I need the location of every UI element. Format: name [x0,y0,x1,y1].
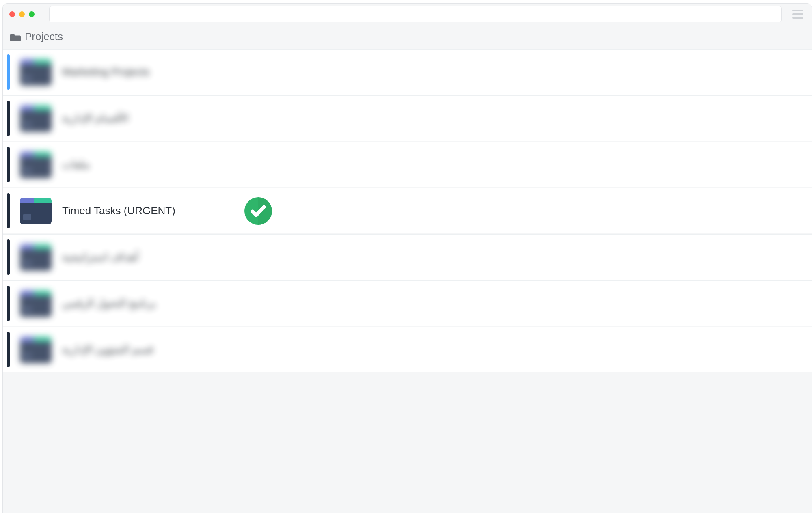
svg-rect-24 [23,306,31,313]
window-close-button[interactable] [9,11,15,17]
project-list: Marketing Projects الأقسام الإدارية ملفا… [3,49,812,372]
check-icon [244,197,272,225]
project-title: Marketing Projects [62,66,149,78]
svg-rect-21 [20,293,52,317]
project-title: قسم الشؤون الإدارية [62,343,153,356]
project-title: برنامج التحول الرقمي [62,297,156,310]
breadcrumb: Projects [3,25,812,49]
titlebar [3,4,812,25]
project-title: Timed Tasks (URGENT) [62,205,175,217]
project-row[interactable]: برنامج التحول الرقمي [3,280,812,326]
project-folder-icon [20,290,52,317]
project-row[interactable]: Marketing Projects [3,49,812,95]
svg-rect-4 [20,108,52,132]
svg-rect-8 [20,155,52,178]
svg-rect-2 [34,59,52,65]
project-title: ملفات [62,158,90,171]
svg-rect-6 [34,105,52,111]
folder-icon [10,32,21,41]
svg-rect-15 [23,214,31,220]
project-title: الأقسام الإدارية [62,112,128,125]
project-folder-icon [20,105,52,132]
svg-rect-23 [34,290,52,296]
project-row[interactable]: Timed Tasks (URGENT) [3,188,812,233]
row-accent-bar [7,332,10,367]
row-accent-bar [7,239,10,275]
breadcrumb-title: Projects [25,30,63,43]
svg-rect-11 [23,168,31,174]
svg-rect-19 [34,244,52,250]
svg-rect-27 [34,336,52,342]
app-window: Projects Marketing Projects الأقسام الإد… [2,3,812,513]
project-row[interactable]: ملفات [3,142,812,187]
svg-rect-3 [23,75,31,82]
project-row[interactable]: الأقسام الإدارية [3,95,812,141]
svg-rect-0 [20,62,52,86]
project-folder-icon [20,198,52,224]
svg-rect-10 [34,151,52,157]
svg-rect-14 [34,198,52,203]
row-accent-bar [7,193,10,228]
project-row[interactable]: قسم الشؤون الإدارية [3,327,812,372]
project-folder-icon [20,151,52,178]
project-folder-icon [20,336,52,363]
menu-icon[interactable] [792,10,803,19]
row-accent-bar [7,54,10,90]
svg-rect-7 [23,121,31,128]
window-zoom-button[interactable] [29,11,35,17]
window-controls [9,11,35,17]
project-folder-icon [20,59,52,86]
svg-rect-12 [20,201,52,224]
project-title: أهداف استراتيجية [62,251,138,263]
svg-rect-25 [20,340,52,363]
row-accent-bar [7,286,10,321]
svg-rect-28 [23,353,31,359]
project-row[interactable]: أهداف استراتيجية [3,234,812,280]
svg-rect-20 [23,260,31,267]
svg-rect-17 [20,247,52,271]
window-minimize-button[interactable] [19,11,25,17]
row-accent-bar [7,147,10,182]
address-bar[interactable] [49,6,782,22]
row-accent-bar [7,101,10,136]
project-folder-icon [20,244,52,271]
